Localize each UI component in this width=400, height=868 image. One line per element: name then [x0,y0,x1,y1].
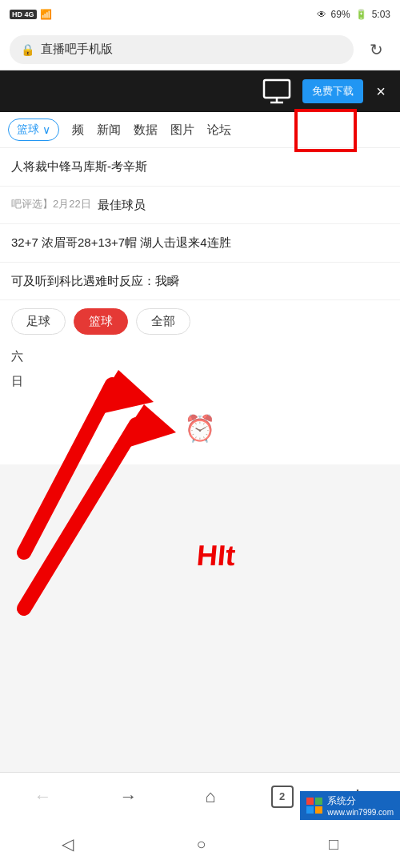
android-recents-button[interactable]: □ [329,835,338,854]
news-text-1: 人将裁中锋马库斯-考辛斯 [11,159,147,173]
dark-banner: 免费下载 × [0,70,400,112]
schedule-area: ⏰ [0,392,400,464]
android-home-button[interactable]: ○ [196,835,206,854]
nav-item-photo[interactable]: 图片 [170,123,194,138]
free-download-button[interactable]: 免费下载 [302,79,363,103]
monitor-icon[interactable] [258,75,296,107]
nav-item-video[interactable]: 频 [72,123,84,138]
watermark-text: 系统分 www.win7999.com [327,794,394,817]
signal-icon: 📶 [40,9,52,20]
clock: 5:03 [372,9,390,20]
filter-all[interactable]: 全部 [136,308,190,335]
battery-icon: 🔋 [355,9,367,20]
news-list: 人将裁中锋马库斯-考辛斯 吧评选】2月22日 最佳球员 32+7 浓眉哥28+1… [0,148,400,300]
date-label-sun: 日 [0,368,400,392]
nav-item-forum[interactable]: 论坛 [207,123,231,138]
news-item-1[interactable]: 人将裁中锋马库斯-考辛斯 [0,148,400,187]
back-button[interactable]: ← [21,780,64,814]
nav-item-data[interactable]: 数据 [134,123,158,138]
category-dropdown[interactable]: 篮球 ∨ [8,119,59,141]
filter-football[interactable]: 足球 [11,308,66,335]
url-input[interactable]: 🔒 直播吧手机版 [10,35,354,64]
tab-count[interactable]: 2 [271,786,294,808]
address-bar: 🔒 直播吧手机版 ↻ [0,29,400,70]
news-date-2: 吧评选】2月22日 [11,196,91,212]
forward-button[interactable]: → [106,780,150,814]
news-text-2: 最佳球员 [98,196,389,215]
watermark-inner: 系统分 www.win7999.com [300,791,400,820]
android-back-button[interactable]: ◁ [62,834,74,854]
filter-basketball[interactable]: 篮球 [74,308,128,335]
news-item-3[interactable]: 32+7 浓眉哥28+13+7帽 湖人击退来4连胜 [0,224,400,263]
svg-rect-0 [264,80,290,98]
filter-row: 足球 篮球 全部 [0,300,400,343]
chevron-down-icon: ∨ [42,123,50,136]
close-banner-button[interactable]: × [370,79,392,104]
nav-tabs: 篮球 ∨ 频 新闻 数据 图片 论坛 [0,112,400,148]
watermark: 系统分 www.win7999.com [300,791,400,820]
windows-logo [306,798,322,814]
hit-text: HIt [195,539,237,573]
nav-item-news[interactable]: 新闻 [97,123,121,138]
hd-badge: HD 4G [10,10,37,19]
lock-icon: 🔒 [21,43,34,56]
dropdown-label: 篮球 [17,123,39,137]
status-bar: HD 4G 📶 👁 69% 🔋 5:03 [0,0,400,29]
alarm-icon: ⏰ [184,413,216,444]
web-content: 免费下载 × 篮球 ∨ 频 新闻 数据 图片 论坛 人将裁中锋马库斯-考辛斯 吧… [0,70,400,464]
news-text-3: 32+7 浓眉哥28+13+7帽 湖人击退来4连胜 [11,235,231,249]
news-text-4: 可及听到科比遇难时反应：我瞬 [11,274,179,287]
android-nav: ◁ ○ □ [0,820,400,868]
news-item-2[interactable]: 吧评选】2月22日 最佳球员 [0,187,400,225]
refresh-button[interactable]: ↻ [362,35,390,64]
status-left: HD 4G 📶 [10,9,52,20]
battery-text: 69% [331,9,350,20]
date-label-sat: 六 [0,343,400,368]
home-button[interactable]: ⌂ [192,780,228,814]
news-item-4[interactable]: 可及听到科比遇难时反应：我瞬 [0,263,400,301]
eye-icon: 👁 [317,9,326,20]
status-right: 👁 69% 🔋 5:03 [317,9,390,20]
url-text: 直播吧手机版 [41,42,113,57]
